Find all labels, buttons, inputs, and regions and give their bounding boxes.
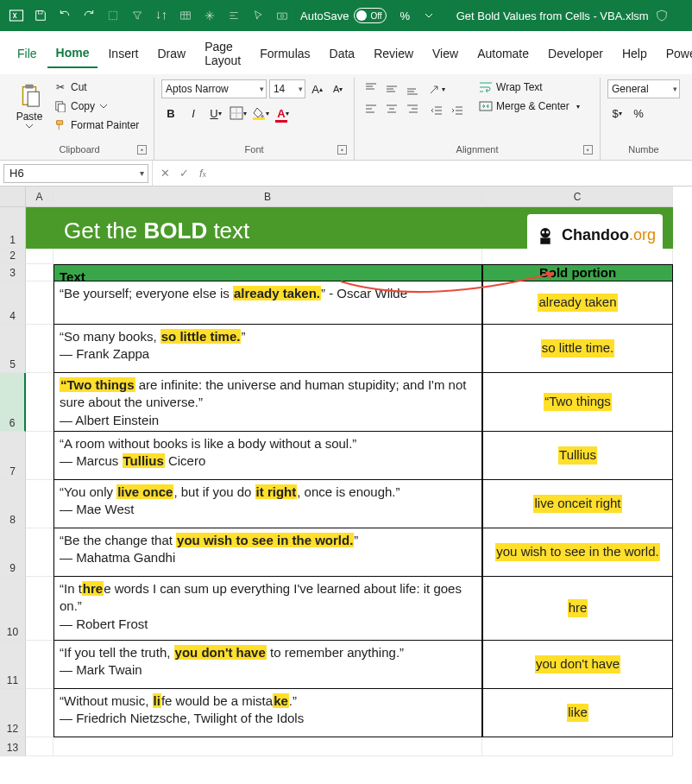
clipboard-dialog-launcher[interactable]: ▪ [137,145,147,155]
align-left-button[interactable] [362,100,381,119]
cell[interactable]: Text [53,264,482,281]
number-format-combo[interactable]: General▾ [607,79,680,98]
row-header[interactable]: 1 [0,207,26,249]
cell[interactable]: Bold portion [482,264,673,281]
select-all-corner[interactable] [0,187,26,207]
qat-align-icon[interactable] [223,4,245,27]
column-header-a[interactable]: A [26,187,53,207]
copy-button[interactable]: Copy [52,98,141,114]
row-header[interactable]: 3 [0,264,26,281]
row-header[interactable]: 2 [0,249,26,264]
formula-bar[interactable] [215,164,692,183]
cell[interactable] [482,249,673,264]
autosave-toggle[interactable]: Off [354,8,387,23]
row-header[interactable]: 5 [0,325,26,373]
percent-style-icon[interactable]: % [393,4,416,27]
cell[interactable] [26,264,53,281]
align-bottom-button[interactable] [403,79,422,98]
cell[interactable] [26,325,53,373]
column-header-b[interactable]: B [53,187,482,207]
qat-selection-icon[interactable] [102,4,124,27]
row-header[interactable]: 11 [0,641,26,689]
qat-filter-icon[interactable] [126,4,148,27]
row-header[interactable]: 4 [0,281,26,325]
save-icon[interactable] [29,4,52,27]
italic-button[interactable]: I [184,104,203,123]
tab-power[interactable]: Power [657,41,692,67]
tab-review[interactable]: Review [365,41,422,67]
row-header[interactable]: 8 [0,480,26,528]
name-box[interactable]: H6▾ [3,164,148,183]
cell[interactable]: you wish to see in the world. [482,528,673,577]
cell[interactable]: you don't have [482,641,673,689]
fill-color-button[interactable]: ▾ [251,104,270,123]
tab-data[interactable]: Data [321,41,364,67]
cell[interactable] [26,689,53,737]
row-header[interactable]: 9 [0,528,26,577]
cell[interactable] [26,281,53,325]
format-painter-button[interactable]: Format Painter [52,117,141,133]
accounting-format-button[interactable]: $▾ [607,104,626,123]
tab-home[interactable]: Home [47,41,98,68]
privacy-shield-icon[interactable] [651,4,673,27]
cell[interactable]: “If you tell the truth, you don't have t… [53,641,482,689]
undo-icon[interactable] [53,4,76,27]
align-top-button[interactable] [362,79,381,98]
cell[interactable] [482,737,673,756]
cell[interactable]: live onceit right [482,480,673,528]
redo-icon[interactable] [78,4,100,27]
qat-table-icon[interactable] [174,4,197,27]
cell[interactable]: “So many books, so little time.”― Frank … [53,325,482,373]
cell[interactable] [26,577,53,641]
cell[interactable]: hre [482,577,673,641]
cell[interactable]: “A room without books is like a body wit… [53,432,482,480]
row-header[interactable]: 7 [0,432,26,480]
cut-button[interactable]: ✂Cut [52,79,141,95]
align-right-button[interactable] [403,100,422,119]
column-header-c[interactable]: C [482,187,673,207]
qat-cursor-icon[interactable] [247,4,269,27]
cell[interactable] [26,373,53,432]
tab-help[interactable]: Help [613,41,656,67]
cell[interactable]: “You only live once, but if you do it ri… [53,480,482,528]
cell[interactable]: Tullius [482,432,673,480]
underline-button[interactable]: U▾ [206,104,225,123]
alignment-dialog-launcher[interactable]: ▪ [583,145,593,155]
fx-icon[interactable]: fx [194,167,211,180]
tab-view[interactable]: View [424,41,467,67]
increase-font-button[interactable]: A▴ [308,79,326,98]
cell[interactable]: “Be yourself; everyone else is already t… [53,281,482,325]
tab-insert[interactable]: Insert [99,41,147,67]
qat-sort-icon[interactable] [150,4,173,27]
font-name-combo[interactable]: Aptos Narrow▾ [161,79,267,98]
row-header[interactable]: 6 [0,373,26,432]
cell[interactable] [26,641,53,689]
cell[interactable] [26,737,53,756]
qat-freeze-icon[interactable] [198,4,221,27]
font-dialog-launcher[interactable]: ▪ [337,145,347,155]
cell[interactable]: “Be the change that you wish to see in t… [53,528,482,577]
cancel-formula-icon[interactable]: ✕ [156,167,173,180]
bold-button[interactable]: B [161,104,180,123]
increase-indent-button[interactable] [448,102,467,121]
tab-formulas[interactable]: Formulas [251,41,318,67]
font-color-button[interactable]: A▾ [274,104,293,123]
align-middle-button[interactable] [382,79,401,98]
tab-developer[interactable]: Developer [539,41,612,67]
cell[interactable]: “Without music, life would be a mistake.… [53,689,482,737]
worksheet-grid[interactable]: 12345678910111213 A B C Get the BOLD tex… [0,187,692,784]
title-cell[interactable]: Get the BOLD text Chandoo.orgBECOME AWES… [53,207,673,249]
percent-format-button[interactable]: % [629,104,648,123]
row-header[interactable]: 13 [0,737,26,756]
cell[interactable] [26,480,53,528]
cell[interactable]: so little time. [482,325,673,373]
cell[interactable] [26,528,53,577]
cell[interactable]: already taken [482,281,673,325]
decrease-font-button[interactable]: A▾ [329,79,347,98]
cell[interactable]: “Two things are infinite: the universe a… [53,373,482,432]
row-header[interactable]: 10 [0,577,26,641]
row-header[interactable]: 12 [0,689,26,737]
font-size-combo[interactable]: 14▾ [269,79,305,98]
orientation-button[interactable]: ▾ [427,79,446,98]
cell[interactable] [53,249,482,264]
